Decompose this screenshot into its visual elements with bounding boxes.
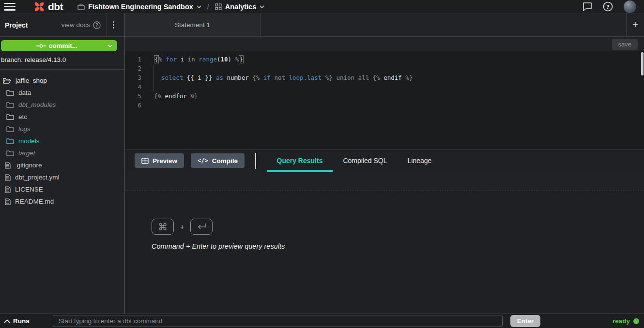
code-editor[interactable]: 1{% for i in range(10) %}23 select {{ i … xyxy=(125,51,644,149)
runs-toggle[interactable]: Runs xyxy=(4,317,30,325)
folder-icon xyxy=(6,126,14,132)
tree-item-models[interactable]: models xyxy=(0,135,124,147)
tree-item-license[interactable]: LICENSE xyxy=(0,183,124,195)
shortcut-hint-text: Command + Enter to preview query results xyxy=(152,242,644,250)
editor-pane: Statement 1 + save 1{% for i in range(10… xyxy=(125,14,644,313)
tab-query-results[interactable]: Query Results xyxy=(267,150,333,171)
preview-label: Preview xyxy=(153,157,177,164)
save-button[interactable]: save xyxy=(612,39,638,50)
account-name: Fishtown Engineering Sandbox xyxy=(88,3,193,11)
tree-item-data[interactable]: data xyxy=(0,87,124,99)
line-number: 3 xyxy=(125,73,141,82)
tab-lineage[interactable]: Lineage xyxy=(397,150,442,171)
table-icon xyxy=(141,158,149,164)
code-line-6[interactable]: 6 xyxy=(125,101,644,110)
tree-item-label: LICENSE xyxy=(15,186,43,193)
view-docs-link[interactable]: view docs ? xyxy=(61,21,101,29)
tree-item-label: data xyxy=(18,89,31,96)
tab-statement-1[interactable]: Statement 1 xyxy=(125,14,261,36)
code-text: select {{ i }} as number {% if not loop.… xyxy=(154,73,413,82)
tree-item-label: README.md xyxy=(15,198,54,205)
folder-icon xyxy=(6,138,14,144)
editor-scrollbar[interactable] xyxy=(641,52,644,75)
folder-icon xyxy=(6,102,14,108)
tree-item-jaffle-shop[interactable]: jaffle_shop xyxy=(0,75,124,87)
dbt-cloud-ide: dbt Fishtown Engineering Sandbox / Analy… xyxy=(0,0,644,328)
chevron-up-icon xyxy=(4,319,10,323)
editor-toolbar: save xyxy=(125,37,644,51)
plus-separator: + xyxy=(180,223,184,231)
code-line-1[interactable]: 1{% for i in range(10) %} xyxy=(125,55,644,64)
preview-button[interactable]: Preview xyxy=(135,153,184,168)
enter-button[interactable]: Enter xyxy=(510,315,541,327)
tree-item-target[interactable]: target xyxy=(0,147,124,159)
ide-status: ready xyxy=(613,317,640,325)
help-icon[interactable]: ? xyxy=(603,1,613,12)
runs-label: Runs xyxy=(13,317,30,325)
status-label: ready xyxy=(613,317,630,325)
chevron-down-icon xyxy=(108,45,112,47)
code-text: {% for i in range(10) %} xyxy=(154,55,244,64)
account-selector[interactable]: Fishtown Engineering Sandbox xyxy=(77,3,201,11)
tree-item-label: dbt_modules xyxy=(18,101,56,108)
hamburger-menu-icon[interactable] xyxy=(4,3,15,11)
file-tree: jaffle_shopdatadbt_modulesetclogsmodelst… xyxy=(0,75,124,313)
user-avatar[interactable] xyxy=(624,0,636,13)
view-docs-label: view docs xyxy=(61,21,90,29)
code-line-5[interactable]: 5{% endfor %} xyxy=(125,91,644,101)
tree-item-readme-md[interactable]: README.md xyxy=(0,195,124,208)
line-number: 6 xyxy=(125,101,141,110)
folder-open-icon xyxy=(3,77,11,84)
tab-label: Query Results xyxy=(277,157,323,164)
return-key-icon xyxy=(190,219,213,235)
line-number: 4 xyxy=(125,82,141,91)
sidebar-title: Project xyxy=(5,21,28,29)
editor-tab-bar: Statement 1 + xyxy=(125,14,644,37)
file-icon xyxy=(5,198,11,205)
status-dot-icon xyxy=(633,318,639,324)
project-selector[interactable]: Analytics xyxy=(215,3,264,11)
tree-item-etc[interactable]: etc xyxy=(0,111,124,123)
code-line-2[interactable]: 2 xyxy=(125,64,644,73)
tree-item-logs[interactable]: logs xyxy=(0,123,124,135)
commit-button[interactable]: commit... xyxy=(1,40,117,51)
tree-item--gitignore[interactable]: .gitignore xyxy=(0,159,124,171)
code-line-4[interactable]: 4 xyxy=(125,82,644,91)
results-tabs: Query ResultsCompiled SQLLineage xyxy=(267,150,442,171)
kebab-menu-icon[interactable] xyxy=(107,18,120,31)
compile-button[interactable]: </> Compile xyxy=(191,153,245,168)
command-key-icon: ⌘ xyxy=(152,219,174,235)
svg-text:?: ? xyxy=(95,23,98,28)
new-tab-button[interactable]: + xyxy=(626,14,644,36)
shortcut-keys: ⌘ + xyxy=(152,219,644,235)
briefcase-icon xyxy=(77,3,85,10)
dbt-command-input[interactable] xyxy=(53,315,503,327)
tree-item-dbt-modules[interactable]: dbt_modules xyxy=(0,99,124,111)
breadcrumb-separator: / xyxy=(207,3,209,11)
tab-label: Compiled SQL xyxy=(343,157,387,164)
tab-compiled-sql[interactable]: Compiled SQL xyxy=(333,150,397,171)
indent-guide xyxy=(153,64,154,91)
commit-label: commit... xyxy=(49,42,77,49)
top-bar: dbt Fishtown Engineering Sandbox / Analy… xyxy=(0,0,644,14)
tree-item-dbt-project-yml[interactable]: dbt_project.yml xyxy=(0,171,124,183)
chat-icon[interactable] xyxy=(583,2,592,11)
code-line-3[interactable]: 3 select {{ i }} as number {% if not loo… xyxy=(125,73,644,82)
file-explorer-sidebar: Project view docs ? xyxy=(0,14,125,313)
tab-label: Statement 1 xyxy=(175,21,210,29)
project-name: Analytics xyxy=(225,3,256,11)
tree-item-label: jaffle_shop xyxy=(15,77,47,84)
line-number: 2 xyxy=(125,64,141,73)
grid-icon xyxy=(215,3,222,10)
chevron-down-icon xyxy=(197,5,201,8)
command-bar: Runs Enter ready xyxy=(0,313,644,328)
dbt-logo-icon xyxy=(33,0,46,13)
tree-item-label: target xyxy=(18,149,35,157)
code-text: {% endfor %} xyxy=(154,91,198,101)
compile-label: Compile xyxy=(212,157,238,164)
sidebar-header: Project view docs ? xyxy=(0,14,124,37)
file-icon xyxy=(5,162,11,169)
dbt-logo-text: dbt xyxy=(48,1,63,13)
panel-divider xyxy=(255,153,256,169)
tree-item-label: logs xyxy=(18,125,31,133)
